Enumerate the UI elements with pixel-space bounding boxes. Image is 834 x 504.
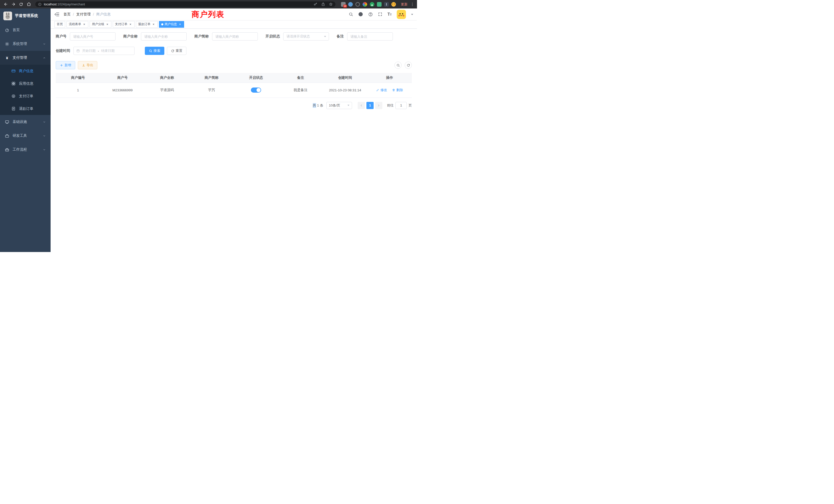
extension-icon[interactable] <box>391 2 396 7</box>
tab-refund-orders[interactable]: 退款订单 × <box>136 21 158 28</box>
breadcrumb-payment[interactable]: 支付管理 <box>76 12 91 17</box>
font-size-button[interactable]: TT <box>388 12 392 17</box>
cell-short-name: 芋艿 <box>189 83 234 97</box>
export-button[interactable]: 导出 <box>78 61 97 69</box>
page-number-button[interactable]: 1 <box>367 102 374 109</box>
close-icon[interactable]: × <box>129 23 132 26</box>
fullscreen-button[interactable] <box>378 12 382 17</box>
bookmark-star-icon[interactable] <box>329 2 333 6</box>
merchant-no-input[interactable] <box>70 32 115 41</box>
sidebar-toggle-button[interactable] <box>54 12 60 17</box>
sidebar-menu: 首页 系统管理 ¥ 支付管理 商户信息 应用信息 <box>0 23 50 157</box>
sidebar-item-infrastructure[interactable]: 基础设施 <box>0 115 50 129</box>
extension-icon[interactable] <box>348 2 353 7</box>
cell-merchant-id: 1 <box>56 83 100 97</box>
chevron-down-icon <box>43 43 46 45</box>
breadcrumb-separator: / <box>93 12 94 17</box>
create-time-range-picker[interactable]: 开始日期 - 结束日期 <box>73 47 135 55</box>
trash-icon <box>392 89 395 92</box>
add-button[interactable]: 新增 <box>56 61 75 69</box>
sidebar-item-label: 应用信息 <box>19 81 34 86</box>
refresh-table-button[interactable] <box>405 62 412 69</box>
tab-payment-orders[interactable]: 支付订单 × <box>113 21 135 28</box>
close-icon[interactable]: × <box>83 23 86 26</box>
tab-user-group[interactable]: 用户分组 × <box>90 21 111 28</box>
sidebar-item-workflow[interactable]: 工作流程 <box>0 143 50 157</box>
extension-icon[interactable] <box>363 2 367 7</box>
address-bar-actions <box>313 2 333 6</box>
sidebar-item-home[interactable]: 首页 <box>0 23 50 37</box>
page-size-select[interactable]: 10条/页 <box>326 102 352 109</box>
header-search-button[interactable] <box>349 12 353 17</box>
avatar-dropdown-caret[interactable] <box>411 14 413 16</box>
total-count: 1 <box>317 104 319 107</box>
url-host: localhost <box>44 3 57 6</box>
tab-process-form[interactable]: 流程表单 × <box>66 21 88 28</box>
browser-update-button[interactable]: 更新 <box>399 1 409 7</box>
extension-icon[interactable] <box>377 2 381 7</box>
sidebar-item-refund-orders[interactable]: 退款订单 <box>0 102 50 115</box>
close-icon[interactable]: × <box>178 23 182 26</box>
next-page-button[interactable] <box>375 102 382 109</box>
password-key-icon[interactable] <box>313 2 317 6</box>
sidebar-logo[interactable]: 芋道管理系统 <box>0 8 50 23</box>
user-avatar[interactable] <box>397 10 406 19</box>
back-icon <box>4 2 8 6</box>
sidebar-item-label: 首页 <box>13 28 20 32</box>
search-icon <box>349 12 353 17</box>
browser-refresh-button[interactable] <box>18 1 25 8</box>
browser-menu-icon[interactable]: ⋮ <box>410 2 415 7</box>
extension-icon[interactable] <box>370 2 374 7</box>
plus-icon <box>60 64 63 67</box>
extension-icon[interactable] <box>384 2 389 7</box>
short-name-input[interactable] <box>212 32 258 41</box>
merchant-card-icon <box>11 69 16 73</box>
edit-button[interactable]: 修改 <box>376 88 387 92</box>
status-select[interactable]: 请选择开启状态 <box>283 32 329 41</box>
reset-button-label: 重置 <box>176 48 182 53</box>
logo-avatar <box>3 12 12 20</box>
browser-back-button[interactable] <box>2 1 9 8</box>
extensions-puzzle-icon[interactable]: 10 <box>341 2 346 7</box>
sidebar-item-system[interactable]: 系统管理 <box>0 37 50 51</box>
sidebar-item-app-info[interactable]: 应用信息 <box>0 77 50 90</box>
reset-button[interactable]: 重置 <box>167 47 186 55</box>
address-bar[interactable]: localhost:1024/pay/merchant <box>35 1 336 7</box>
sidebar-item-dev-tools[interactable]: 研发工具 <box>0 129 50 143</box>
show-search-toggle-button[interactable] <box>394 62 401 69</box>
field-status: 开启状态 请选择开启状态 <box>265 32 329 41</box>
status-toggle[interactable] <box>251 88 261 93</box>
search-button-label: 搜索 <box>154 48 160 53</box>
browser-home-button[interactable] <box>25 1 32 8</box>
close-icon[interactable]: × <box>152 23 155 26</box>
reset-icon <box>171 49 174 53</box>
search-button[interactable]: 搜索 <box>145 47 164 55</box>
top-navbar: 首页 / 支付管理 / 商户信息 T <box>50 8 417 20</box>
sidebar-item-payment-orders[interactable]: 支付订单 <box>0 90 50 102</box>
breadcrumb-home[interactable]: 首页 <box>63 12 71 17</box>
search-icon <box>396 64 400 67</box>
tab-merchant-info[interactable]: 商户信息 × <box>159 21 184 28</box>
extension-icon[interactable] <box>355 2 360 7</box>
hamburger-icon <box>54 12 60 17</box>
full-name-input[interactable] <box>141 32 187 41</box>
help-button[interactable] <box>368 12 373 17</box>
site-info-icon[interactable] <box>38 3 42 6</box>
goto-label: 前往 <box>387 103 394 108</box>
cell-actions: 修改 删除 <box>368 83 412 97</box>
prev-page-button[interactable] <box>358 102 365 109</box>
tab-home[interactable]: 首页 <box>54 21 65 28</box>
sidebar-item-merchant-info[interactable]: 商户信息 <box>0 65 50 77</box>
delete-button[interactable]: 删除 <box>392 88 403 92</box>
close-icon[interactable]: × <box>106 23 109 26</box>
yen-icon: ¥ <box>5 56 9 60</box>
remark-input[interactable] <box>347 32 393 41</box>
goto-page-input[interactable] <box>395 102 407 109</box>
font-size-icon-small: T <box>390 13 392 17</box>
col-short-name: 商户简称 <box>189 73 234 83</box>
share-icon[interactable] <box>321 2 325 6</box>
sidebar-item-payment[interactable]: ¥ 支付管理 <box>0 51 50 65</box>
github-link[interactable] <box>358 12 363 17</box>
chevron-down-icon <box>347 105 349 107</box>
browser-forward-button[interactable] <box>10 1 17 8</box>
